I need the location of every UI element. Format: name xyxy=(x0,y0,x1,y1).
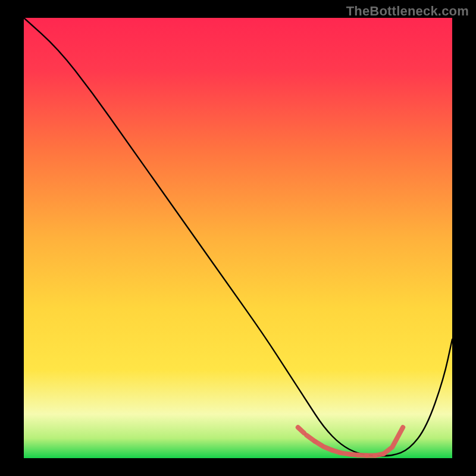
chart-canvas: TheBottleneck.com xyxy=(0,0,476,476)
chart-svg xyxy=(0,0,476,476)
watermark-text: TheBottleneck.com xyxy=(346,4,469,19)
plot-area xyxy=(24,18,452,458)
